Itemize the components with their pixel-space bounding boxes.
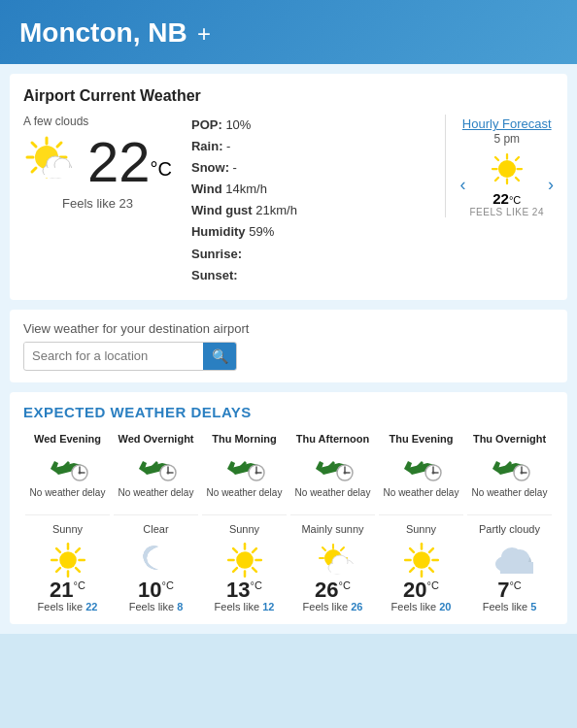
hourly-weather-icon bbox=[490, 151, 525, 186]
delay-period-name: Thu Morning bbox=[212, 432, 277, 446]
svg-line-7 bbox=[57, 143, 61, 147]
delay-period-name: Wed Overnight bbox=[118, 432, 193, 446]
delay-divider bbox=[202, 514, 287, 515]
condition-text: A few clouds bbox=[23, 115, 88, 128]
delay-status: No weather delay bbox=[295, 486, 371, 499]
delays-grid: Wed Evening No weather delay Sunny 21°C … bbox=[23, 432, 554, 612]
current-weather-icon bbox=[23, 132, 80, 192]
feels-like: Feels like 23 bbox=[62, 196, 133, 211]
delay-column-3: Thu Afternoon No weather delay Mainly su… bbox=[288, 432, 377, 612]
hourly-feels: FEELS LIKE 24 bbox=[469, 207, 544, 217]
delay-feels: Feels like 5 bbox=[483, 601, 537, 612]
delay-feels: Feels like 26 bbox=[303, 601, 363, 612]
delay-column-5: Thu Overnight No weather delay Partly cl… bbox=[465, 432, 554, 612]
svg-rect-90 bbox=[500, 562, 533, 574]
svg-line-34 bbox=[76, 548, 80, 552]
delay-status: No weather delay bbox=[207, 486, 283, 499]
delay-divider bbox=[25, 514, 110, 515]
delay-temp: 7°C bbox=[497, 579, 522, 601]
svg-line-78 bbox=[410, 548, 414, 552]
svg-line-49 bbox=[233, 548, 237, 552]
svg-line-62 bbox=[322, 547, 325, 550]
delays-title: EXPECTED WEATHER DELAYS bbox=[23, 404, 554, 420]
delay-condition: Partly cloudy bbox=[479, 523, 540, 535]
svg-line-22 bbox=[495, 178, 498, 181]
delays-card: EXPECTED WEATHER DELAYS Wed Evening No w… bbox=[10, 392, 567, 624]
svg-line-64 bbox=[341, 547, 344, 550]
svg-line-21 bbox=[516, 157, 519, 160]
hourly-prev-arrow[interactable]: ‹ bbox=[459, 175, 465, 195]
page-title: Moncton, NB bbox=[19, 17, 187, 48]
delay-status: No weather delay bbox=[472, 486, 548, 499]
current-weather-card: Airport Current Weather A few clouds bbox=[10, 74, 567, 300]
delay-weather-icon bbox=[225, 541, 264, 576]
delay-temp: 13°C bbox=[226, 579, 262, 601]
destination-card: View weather for your destination airpor… bbox=[10, 310, 567, 382]
weather-details: POP: 10% Rain: - Snow: - Wind 14km/h Win… bbox=[182, 115, 435, 286]
delay-status: No weather delay bbox=[30, 486, 106, 499]
delay-plane-icon bbox=[400, 453, 443, 482]
delay-weather-icon bbox=[402, 541, 441, 576]
hourly-time: 5 pm bbox=[459, 132, 554, 146]
hourly-temp: 22°C bbox=[469, 190, 544, 207]
delay-temp: 20°C bbox=[403, 579, 439, 601]
delay-column-1: Wed Overnight No weather delay Clear 10°… bbox=[112, 432, 200, 612]
current-weather-title: Airport Current Weather bbox=[23, 87, 554, 105]
svg-line-28 bbox=[76, 568, 80, 572]
delay-status: No weather delay bbox=[119, 486, 194, 499]
svg-line-47 bbox=[233, 568, 237, 572]
hourly-next-arrow[interactable]: › bbox=[548, 175, 554, 195]
plus-button[interactable]: + bbox=[197, 20, 211, 47]
delay-feels: Feels like 12 bbox=[215, 601, 275, 612]
search-input[interactable] bbox=[24, 343, 203, 369]
delay-feels: Feels like 22 bbox=[38, 601, 98, 612]
svg-rect-68 bbox=[331, 564, 355, 574]
delay-column-0: Wed Evening No weather delay Sunny 21°C … bbox=[23, 432, 112, 612]
delay-status: No weather delay bbox=[384, 486, 459, 499]
delay-temp: 26°C bbox=[315, 579, 351, 601]
delay-condition: Sunny bbox=[406, 523, 436, 535]
svg-point-81 bbox=[413, 551, 430, 569]
delay-weather-icon bbox=[49, 541, 87, 576]
svg-rect-13 bbox=[45, 168, 74, 178]
delay-weather-icon bbox=[137, 541, 176, 576]
svg-line-45 bbox=[253, 568, 256, 572]
delay-condition: Mainly sunny bbox=[301, 523, 363, 535]
delay-column-4: Thu Evening No weather delay Sunny 20°C … bbox=[377, 432, 465, 612]
header: Moncton, NB + bbox=[0, 0, 577, 64]
svg-line-19 bbox=[495, 157, 498, 160]
delay-plane-icon bbox=[223, 453, 266, 482]
delay-plane-icon bbox=[47, 453, 89, 482]
svg-point-14 bbox=[498, 160, 516, 178]
hourly-forecast-link[interactable]: Hourly Forecast bbox=[462, 116, 552, 131]
svg-line-76 bbox=[410, 568, 414, 572]
delay-divider bbox=[290, 514, 375, 515]
delay-weather-icon bbox=[491, 541, 529, 576]
delay-divider bbox=[114, 514, 198, 515]
delay-temp: 10°C bbox=[138, 579, 174, 601]
delay-period-name: Thu Overnight bbox=[473, 432, 546, 446]
search-button[interactable]: 🔍 bbox=[203, 343, 237, 370]
svg-line-20 bbox=[516, 178, 519, 181]
delay-temp: 21°C bbox=[50, 579, 85, 601]
delay-condition: Sunny bbox=[52, 523, 83, 535]
delay-feels: Feels like 20 bbox=[391, 601, 452, 612]
svg-line-5 bbox=[32, 143, 36, 147]
svg-line-74 bbox=[429, 568, 433, 572]
delay-divider bbox=[467, 514, 552, 515]
delay-plane-icon bbox=[135, 453, 178, 482]
delay-period-name: Thu Afternoon bbox=[296, 432, 369, 446]
delay-condition: Clear bbox=[143, 523, 168, 535]
svg-line-32 bbox=[56, 548, 60, 552]
svg-point-52 bbox=[236, 551, 254, 569]
delay-plane-icon bbox=[489, 453, 531, 482]
delay-column-2: Thu Morning No weather delay Sunny 13°C … bbox=[200, 432, 288, 612]
delay-weather-icon bbox=[314, 541, 353, 576]
svg-point-35 bbox=[59, 551, 77, 569]
hourly-section: Hourly Forecast 5 pm ‹ bbox=[445, 115, 554, 217]
delay-feels: Feels like 8 bbox=[129, 601, 184, 612]
delay-period-name: Wed Evening bbox=[34, 432, 101, 446]
svg-line-30 bbox=[56, 568, 60, 572]
svg-line-80 bbox=[429, 548, 433, 552]
destination-label: View weather for your destination airpor… bbox=[23, 321, 554, 336]
